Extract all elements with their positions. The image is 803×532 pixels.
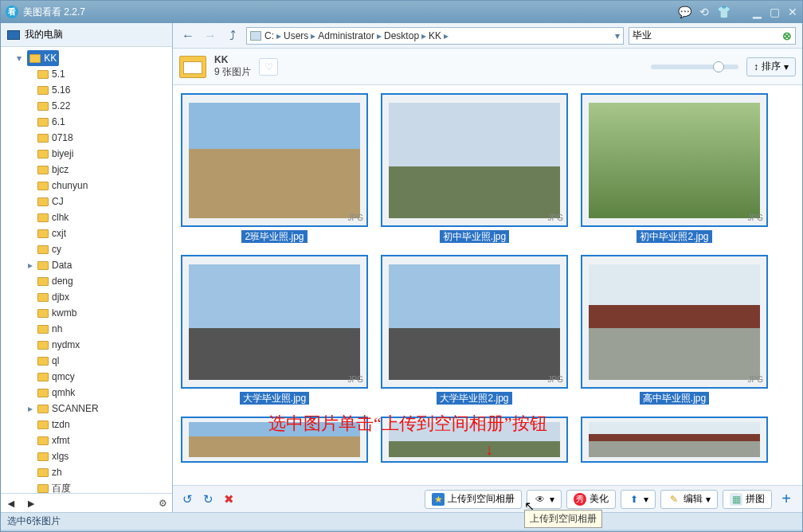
thumbnail-item[interactable] bbox=[381, 417, 568, 463]
search-input[interactable] bbox=[633, 30, 782, 41]
thumbnail-item[interactable]: JPG大学毕业照2.jpg bbox=[381, 255, 568, 405]
breadcrumb-segment[interactable]: KK bbox=[429, 30, 441, 41]
sidebar-prev-icon[interactable]: ◄ bbox=[6, 497, 17, 510]
tree-node[interactable]: 6.1 bbox=[28, 114, 172, 130]
skin-icon[interactable]: 👕 bbox=[717, 6, 731, 18]
computer-icon bbox=[7, 30, 20, 40]
folder-tree-scroll[interactable]: ▾ KK 5.15.165.226.10718biyejibjczchunyun… bbox=[1, 47, 172, 493]
status-text: 选中6张图片 bbox=[7, 514, 61, 528]
sidebar-header[interactable]: 我的电脑 bbox=[1, 23, 172, 47]
beautify-button[interactable]: 秀 美化 bbox=[566, 490, 616, 509]
tree-node[interactable]: 百度 bbox=[28, 480, 172, 493]
thumbnail-item[interactable]: JPG初中毕业照.jpg bbox=[381, 93, 568, 244]
tree-node[interactable]: djbx bbox=[28, 289, 172, 305]
thumbnail-item[interactable]: JPG初中毕业照2.jpg bbox=[581, 93, 768, 244]
photo-placeholder bbox=[589, 422, 760, 457]
favorite-button[interactable]: ♡ bbox=[259, 58, 278, 76]
send-button[interactable]: ⬆ ▾ bbox=[621, 490, 656, 509]
add-button[interactable]: + bbox=[777, 490, 796, 508]
folder-icon bbox=[29, 54, 41, 63]
tree-node[interactable]: 5.16 bbox=[28, 82, 172, 98]
content-area: 我的电脑 ▾ KK 5.15.165.226.10718biyejibjczch… bbox=[1, 23, 802, 512]
breadcrumb[interactable]: C:▸Users▸Administrator▸Desktop▸KK▸ ▾ bbox=[246, 27, 624, 45]
chat-icon[interactable]: 💬 bbox=[678, 6, 691, 18]
thumbnail-area[interactable]: JPG2班毕业照.jpgJPG初中毕业照.jpgJPG初中毕业照2.jpgJPG… bbox=[173, 85, 802, 485]
breadcrumb-segment[interactable]: Administrator bbox=[318, 30, 374, 41]
tree-node-kk[interactable]: ▾ KK 5.15.165.226.10718biyejibjczchunyun… bbox=[17, 50, 172, 493]
delete-button[interactable]: ✖ bbox=[221, 491, 237, 507]
photo-placeholder bbox=[389, 103, 560, 218]
tree-node[interactable]: qmcy bbox=[28, 369, 172, 385]
tree-node[interactable]: cy bbox=[28, 241, 172, 257]
thumbnail-image[interactable] bbox=[381, 417, 568, 463]
thumbnail-item[interactable] bbox=[181, 417, 368, 463]
tree-node[interactable]: clhk bbox=[28, 209, 172, 225]
breadcrumb-segment[interactable]: Desktop bbox=[384, 30, 419, 41]
thumbnail-image[interactable]: JPG bbox=[181, 93, 368, 227]
thumb-size-slider[interactable] bbox=[651, 65, 738, 69]
tree-node[interactable]: tzdn bbox=[28, 417, 172, 432]
refresh-icon[interactable]: ⟲ bbox=[699, 6, 709, 18]
tree-node[interactable]: xfmt bbox=[28, 432, 172, 448]
collapse-icon[interactable]: ▾ bbox=[17, 51, 25, 65]
expand-icon[interactable]: ▸ bbox=[28, 258, 36, 272]
title-bar: 看 美图看看 2.2.7 💬 ⟲ 👕 ▁ ▢ ✕ bbox=[1, 1, 802, 23]
photo-placeholder bbox=[389, 264, 560, 380]
thumbnail-image[interactable]: JPG bbox=[181, 255, 368, 389]
thumbnail-image[interactable] bbox=[181, 417, 368, 463]
app-window: 看 美图看看 2.2.7 💬 ⟲ 👕 ▁ ▢ ✕ 我的电脑 ▾ bbox=[0, 0, 803, 532]
maximize-button[interactable]: ▢ bbox=[770, 6, 780, 18]
expand-icon[interactable]: ▸ bbox=[28, 401, 36, 416]
thumbnail-item[interactable]: JPG大学毕业照.jpg bbox=[181, 255, 368, 405]
thumbnail-caption: 2班毕业照.jpg bbox=[241, 230, 307, 243]
tree-node[interactable]: cxjt bbox=[28, 225, 172, 241]
slider-thumb[interactable] bbox=[713, 61, 724, 72]
tree-node[interactable]: 0718 bbox=[28, 130, 172, 146]
tree-node[interactable]: zh bbox=[28, 464, 172, 480]
breadcrumb-segment[interactable]: Users bbox=[284, 30, 308, 41]
minimize-button[interactable]: ▁ bbox=[753, 6, 762, 18]
thumbnail-item[interactable] bbox=[581, 417, 768, 463]
sidebar-settings-icon[interactable]: ⚙ bbox=[159, 498, 167, 509]
tree-node[interactable]: ▸SCANNER bbox=[28, 401, 172, 417]
tree-node[interactable]: CJ bbox=[28, 194, 172, 209]
upload-qzone-button[interactable]: ★ 上传到空间相册 bbox=[425, 490, 522, 509]
thumbnail-image[interactable]: JPG bbox=[581, 93, 768, 227]
thumbnail-image[interactable]: JPG bbox=[381, 93, 568, 227]
sort-button[interactable]: ↕ 排序 ▾ bbox=[746, 57, 796, 76]
tree-node[interactable]: 5.22 bbox=[28, 98, 172, 114]
edit-button[interactable]: ✎ 编辑 ▾ bbox=[660, 490, 718, 509]
thumbnail-item[interactable]: JPG2班毕业照.jpg bbox=[181, 93, 368, 244]
thumbnail-item[interactable]: JPG高中毕业照.jpg bbox=[581, 255, 768, 405]
tree-node[interactable]: kwmb bbox=[28, 305, 172, 321]
brush-icon: ✎ bbox=[668, 493, 680, 506]
tree-node[interactable]: nh bbox=[28, 321, 172, 337]
chevron-right-icon: ▸ bbox=[444, 30, 449, 41]
path-dropdown-icon[interactable]: ▾ bbox=[615, 30, 620, 41]
puzzle-button[interactable]: ▦ 拼图 bbox=[723, 490, 772, 509]
tree-node[interactable]: ql bbox=[28, 353, 172, 369]
tree-node[interactable]: 5.1 bbox=[28, 66, 172, 82]
close-button[interactable]: ✕ bbox=[788, 6, 797, 18]
rotate-right-button[interactable]: ↻ bbox=[200, 491, 216, 507]
thumbnail-image[interactable]: JPG bbox=[381, 255, 568, 389]
tree-node[interactable]: nydmx bbox=[28, 337, 172, 353]
tree-node[interactable]: bjcz bbox=[28, 162, 172, 178]
tree-node[interactable]: xlgs bbox=[28, 448, 172, 464]
tree-node[interactable]: qmhk bbox=[28, 385, 172, 401]
thumbnail-image[interactable]: JPG bbox=[581, 255, 768, 389]
search-clear-icon[interactable]: ⊗ bbox=[782, 29, 792, 42]
rotate-left-button[interactable]: ↺ bbox=[179, 491, 195, 507]
weibo-button[interactable]: 👁 ▾ bbox=[527, 490, 562, 509]
tree-node[interactable]: ▸Data bbox=[28, 257, 172, 273]
tree-node[interactable]: deng bbox=[28, 273, 172, 289]
up-button[interactable]: ⤴ bbox=[224, 27, 241, 45]
thumbnail-image[interactable] bbox=[581, 417, 768, 463]
back-button[interactable]: ← bbox=[179, 27, 197, 45]
forward-button[interactable]: → bbox=[202, 27, 219, 45]
sidebar-next-icon[interactable]: ► bbox=[25, 497, 37, 510]
tree-node[interactable]: chunyun bbox=[28, 178, 172, 194]
breadcrumb-segment[interactable]: C: bbox=[264, 30, 274, 41]
thumbnail-caption: 初中毕业照.jpg bbox=[440, 230, 509, 243]
tree-node[interactable]: biyeji bbox=[28, 146, 172, 162]
